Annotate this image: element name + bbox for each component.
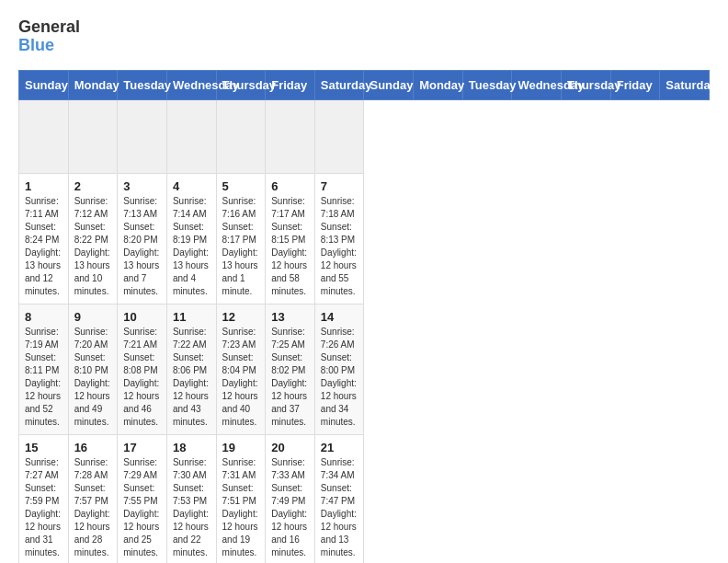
day-number: 10: [123, 310, 161, 324]
calendar-cell: [166, 99, 216, 173]
day-number: 15: [25, 441, 63, 454]
col-header-sunday: Sunday: [364, 70, 414, 99]
logo-text: GeneralBlue: [18, 18, 80, 55]
col-header-friday: Friday: [610, 70, 660, 99]
day-number: 19: [222, 441, 260, 454]
calendar-cell: 2Sunrise: 7:12 AM Sunset: 8:22 PM Daylig…: [68, 173, 118, 304]
logo: General Blue GeneralBlue: [18, 18, 80, 55]
day-number: 7: [321, 179, 358, 193]
header-saturday: Saturday: [314, 70, 364, 99]
day-info: Sunrise: 7:30 AM Sunset: 7:53 PM Dayligh…: [173, 456, 210, 559]
day-number: 8: [25, 310, 63, 324]
day-info: Sunrise: 7:12 AM Sunset: 8:22 PM Dayligh…: [74, 195, 112, 298]
page-header: General Blue GeneralBlue: [18, 18, 710, 55]
calendar-cell: 20Sunrise: 7:33 AM Sunset: 7:49 PM Dayli…: [266, 434, 315, 563]
col-header-wednesday: Wednesday: [512, 70, 562, 99]
day-info: Sunrise: 7:23 AM Sunset: 8:04 PM Dayligh…: [222, 326, 260, 429]
col-header-tuesday: Tuesday: [462, 70, 512, 99]
calendar-week-3: 15Sunrise: 7:27 AM Sunset: 7:59 PM Dayli…: [19, 434, 710, 563]
header-sunday: Sunday: [19, 70, 69, 99]
day-number: 21: [321, 441, 358, 454]
calendar-cell: [266, 99, 315, 173]
calendar-week-1: 1Sunrise: 7:11 AM Sunset: 8:24 PM Daylig…: [19, 173, 710, 304]
day-info: Sunrise: 7:29 AM Sunset: 7:55 PM Dayligh…: [123, 456, 161, 559]
day-number: 6: [271, 179, 309, 193]
calendar-cell: [19, 99, 69, 173]
day-info: Sunrise: 7:16 AM Sunset: 8:17 PM Dayligh…: [222, 195, 260, 298]
calendar-cell: 14Sunrise: 7:26 AM Sunset: 8:00 PM Dayli…: [314, 304, 364, 434]
header-friday: Friday: [266, 70, 315, 99]
calendar-cell: 9Sunrise: 7:20 AM Sunset: 8:10 PM Daylig…: [68, 304, 118, 434]
calendar-cell: 11Sunrise: 7:22 AM Sunset: 8:06 PM Dayli…: [166, 304, 216, 434]
day-number: 9: [74, 310, 112, 324]
calendar-cell: 8Sunrise: 7:19 AM Sunset: 8:11 PM Daylig…: [19, 304, 69, 434]
day-number: 4: [173, 179, 210, 193]
day-info: Sunrise: 7:28 AM Sunset: 7:57 PM Dayligh…: [74, 456, 112, 559]
calendar-cell: 17Sunrise: 7:29 AM Sunset: 7:55 PM Dayli…: [118, 434, 167, 563]
col-header-thursday: Thursday: [562, 70, 611, 99]
day-info: Sunrise: 7:27 AM Sunset: 7:59 PM Dayligh…: [25, 456, 63, 559]
day-info: Sunrise: 7:21 AM Sunset: 8:08 PM Dayligh…: [123, 326, 161, 429]
day-info: Sunrise: 7:31 AM Sunset: 7:51 PM Dayligh…: [222, 456, 260, 559]
day-number: 20: [271, 441, 309, 454]
day-info: Sunrise: 7:26 AM Sunset: 8:00 PM Dayligh…: [321, 326, 358, 429]
day-number: 16: [74, 441, 112, 454]
day-info: Sunrise: 7:19 AM Sunset: 8:11 PM Dayligh…: [25, 326, 63, 429]
calendar-cell: 4Sunrise: 7:14 AM Sunset: 8:19 PM Daylig…: [166, 173, 216, 304]
day-info: Sunrise: 7:34 AM Sunset: 7:47 PM Dayligh…: [321, 456, 358, 559]
header-wednesday: Wednesday: [166, 70, 216, 99]
day-number: 2: [74, 179, 112, 193]
calendar-cell: 21Sunrise: 7:34 AM Sunset: 7:47 PM Dayli…: [314, 434, 364, 563]
day-number: 1: [25, 179, 63, 193]
day-info: Sunrise: 7:18 AM Sunset: 8:13 PM Dayligh…: [321, 195, 358, 298]
calendar-week-2: 8Sunrise: 7:19 AM Sunset: 8:11 PM Daylig…: [19, 304, 710, 434]
day-number: 14: [321, 310, 358, 324]
calendar-cell: [314, 99, 364, 173]
header-monday: Monday: [68, 70, 118, 99]
day-number: 18: [173, 441, 210, 454]
day-info: Sunrise: 7:13 AM Sunset: 8:20 PM Dayligh…: [123, 195, 161, 298]
col-header-saturday: Saturday: [660, 70, 710, 99]
day-info: Sunrise: 7:33 AM Sunset: 7:49 PM Dayligh…: [271, 456, 309, 559]
day-info: Sunrise: 7:22 AM Sunset: 8:06 PM Dayligh…: [173, 326, 210, 429]
day-number: 12: [222, 310, 260, 324]
calendar-cell: 13Sunrise: 7:25 AM Sunset: 8:02 PM Dayli…: [266, 304, 315, 434]
calendar-cell: 7Sunrise: 7:18 AM Sunset: 8:13 PM Daylig…: [314, 173, 364, 304]
calendar-cell: 19Sunrise: 7:31 AM Sunset: 7:51 PM Dayli…: [216, 434, 266, 563]
calendar-table: SundayMondayTuesdayWednesdayThursdayFrid…: [18, 70, 710, 563]
col-header-monday: Monday: [414, 70, 463, 99]
calendar-cell: 6Sunrise: 7:17 AM Sunset: 8:15 PM Daylig…: [266, 173, 315, 304]
calendar-cell: 1Sunrise: 7:11 AM Sunset: 8:24 PM Daylig…: [19, 173, 69, 304]
day-info: Sunrise: 7:17 AM Sunset: 8:15 PM Dayligh…: [271, 195, 309, 298]
day-info: Sunrise: 7:14 AM Sunset: 8:19 PM Dayligh…: [173, 195, 210, 298]
calendar-cell: 12Sunrise: 7:23 AM Sunset: 8:04 PM Dayli…: [216, 304, 266, 434]
calendar-cell: 5Sunrise: 7:16 AM Sunset: 8:17 PM Daylig…: [216, 173, 266, 304]
day-number: 3: [123, 179, 161, 193]
day-info: Sunrise: 7:11 AM Sunset: 8:24 PM Dayligh…: [25, 195, 63, 298]
calendar-cell: 18Sunrise: 7:30 AM Sunset: 7:53 PM Dayli…: [166, 434, 216, 563]
day-number: 11: [173, 310, 210, 324]
calendar-cell: [216, 99, 266, 173]
day-number: 17: [123, 441, 161, 454]
day-info: Sunrise: 7:20 AM Sunset: 8:10 PM Dayligh…: [74, 326, 112, 429]
calendar-week-0: [19, 99, 710, 173]
calendar-cell: 15Sunrise: 7:27 AM Sunset: 7:59 PM Dayli…: [19, 434, 69, 563]
calendar-cell: [68, 99, 118, 173]
calendar-cell: 16Sunrise: 7:28 AM Sunset: 7:57 PM Dayli…: [68, 434, 118, 563]
calendar-cell: 10Sunrise: 7:21 AM Sunset: 8:08 PM Dayli…: [118, 304, 167, 434]
day-number: 13: [271, 310, 309, 324]
calendar-header-row: SundayMondayTuesdayWednesdayThursdayFrid…: [19, 70, 710, 99]
calendar-cell: 3Sunrise: 7:13 AM Sunset: 8:20 PM Daylig…: [118, 173, 167, 304]
day-info: Sunrise: 7:25 AM Sunset: 8:02 PM Dayligh…: [271, 326, 309, 429]
day-number: 5: [222, 179, 260, 193]
header-tuesday: Tuesday: [118, 70, 167, 99]
header-thursday: Thursday: [216, 70, 266, 99]
calendar-cell: [118, 99, 167, 173]
